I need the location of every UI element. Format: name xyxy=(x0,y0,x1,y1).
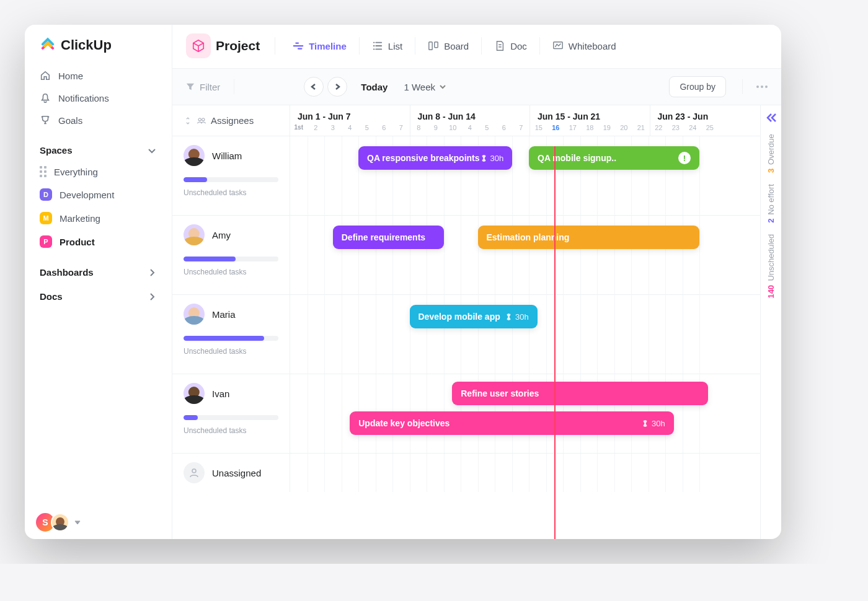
day-cell: 1st xyxy=(290,124,308,131)
rail-unscheduled[interactable]: 140Unscheduled xyxy=(766,234,776,299)
trophy-icon xyxy=(40,115,51,126)
timeline-row: MariaUnscheduled tasksDevelop mobile app… xyxy=(172,295,760,374)
filter-icon xyxy=(186,82,195,91)
caret-down-icon xyxy=(74,519,81,525)
task-bar[interactable]: Develop mobile app30h xyxy=(410,305,538,328)
view-tab-timeline[interactable]: Timeline xyxy=(286,37,353,55)
user-avatar xyxy=(51,513,69,532)
more-button[interactable] xyxy=(756,86,768,88)
row-lanes[interactable] xyxy=(290,454,760,492)
section-docs[interactable]: Docs xyxy=(25,283,172,307)
row-lanes[interactable]: QA responsive breakpoints30hQA mobile si… xyxy=(290,136,760,215)
svg-rect-1 xyxy=(429,42,432,50)
divider xyxy=(742,79,743,94)
chevron-down-icon xyxy=(439,83,446,90)
task-bar[interactable]: Refine user stories xyxy=(452,382,708,405)
view-tab-doc[interactable]: Doc xyxy=(488,37,533,55)
assignee-avatar xyxy=(184,145,205,166)
day-cell: 8 xyxy=(410,124,428,131)
spaces-header-label: Spaces xyxy=(40,145,73,156)
assignee-name: Amy xyxy=(212,230,231,240)
workload-bar xyxy=(184,257,278,261)
nav-home[interactable]: Home xyxy=(36,64,161,87)
brand-name: ClickUp xyxy=(61,37,112,53)
rail-no-effort[interactable]: 2No effort xyxy=(766,184,776,223)
space-development[interactable]: DDevelopment xyxy=(36,183,161,206)
sort-icon xyxy=(184,116,192,125)
day-cell: 17 xyxy=(564,124,582,131)
view-tab-list[interactable]: List xyxy=(366,37,409,55)
svg-marker-0 xyxy=(75,521,80,524)
space-product[interactable]: PProduct xyxy=(36,230,161,253)
task-bar[interactable]: QA responsive breakpoints30h xyxy=(358,146,512,170)
filter-label: Filter xyxy=(200,82,220,92)
row-sidebar: IvanUnscheduled tasks xyxy=(172,374,290,453)
day-cell: 9 xyxy=(427,124,445,131)
brand-logo[interactable]: ClickUp xyxy=(25,25,172,64)
day-cell: 22 xyxy=(650,124,668,131)
row-lanes[interactable]: Refine user storiesUpdate key objectives… xyxy=(290,374,760,453)
collapse-rail-button[interactable] xyxy=(766,113,777,123)
topbar: Project TimelineListBoardDocWhiteboard xyxy=(172,25,781,69)
today-button[interactable]: Today xyxy=(361,82,388,92)
task-bar[interactable]: Estimation planning xyxy=(478,226,700,249)
view-tab-board[interactable]: Board xyxy=(422,37,475,55)
range-selector[interactable]: 1 Week xyxy=(404,82,446,92)
sidebar: ClickUp HomeNotificationsGoals Spaces Ev… xyxy=(25,25,172,539)
filter-button[interactable]: Filter xyxy=(186,82,220,92)
day-cell: 21 xyxy=(632,124,650,131)
nav-label: Notifications xyxy=(58,93,109,103)
timeline-row: IvanUnscheduled tasksRefine user stories… xyxy=(172,374,760,454)
day-cell: 16 xyxy=(547,124,565,131)
row-lanes[interactable]: Develop mobile app30h xyxy=(290,295,760,374)
prev-button[interactable] xyxy=(304,77,324,97)
task-label: Define requirements xyxy=(342,232,425,242)
project-icon xyxy=(186,33,211,58)
day-cell: 19 xyxy=(598,124,616,131)
row-lanes[interactable]: Define requirementsEstimation planning xyxy=(290,216,760,294)
bell-icon xyxy=(40,92,51,103)
assignee-name: Ivan xyxy=(212,388,229,399)
task-label: QA responsive breakpoints xyxy=(367,153,480,163)
range-label: 1 Week xyxy=(404,82,435,92)
space-badge: D xyxy=(40,188,52,201)
day-cell: 25 xyxy=(701,124,719,131)
assignee-avatar xyxy=(184,383,205,404)
next-button[interactable] xyxy=(327,77,347,97)
group-by-button[interactable]: Group by xyxy=(669,76,726,97)
spaces-header[interactable]: Spaces xyxy=(25,136,172,160)
chevron-down-icon xyxy=(147,146,157,156)
day-cell: 4 xyxy=(461,124,479,131)
timeline-header: Assignees Jun 1 - Jun 71st234567Jun 8 - … xyxy=(172,105,760,136)
day-cell: 2 xyxy=(308,124,325,131)
section-dashboards[interactable]: Dashboards xyxy=(25,258,172,283)
task-label: Estimation planning xyxy=(487,232,570,242)
space-everything[interactable]: Everything xyxy=(36,160,161,183)
space-marketing[interactable]: MMarketing xyxy=(36,206,161,230)
everything-icon xyxy=(40,166,46,177)
workspace-switcher[interactable]: S xyxy=(25,506,172,539)
workload-bar xyxy=(184,177,278,182)
assignees-column-header[interactable]: Assignees xyxy=(172,105,290,136)
day-cell: 3 xyxy=(324,124,342,131)
nav-goals[interactable]: Goals xyxy=(36,109,161,131)
row-sidebar: Unassigned xyxy=(172,454,290,492)
space-badge: M xyxy=(40,212,52,224)
unscheduled-label: Unscheduled tasks xyxy=(184,268,278,276)
assignee-avatar xyxy=(184,304,205,325)
today-indicator xyxy=(554,146,556,539)
workload-bar xyxy=(184,336,278,341)
svg-point-5 xyxy=(202,118,205,120)
rail-overdue[interactable]: 3Overdue xyxy=(766,134,776,173)
date-group: Jun 23 - Jun22232425 xyxy=(650,105,761,136)
home-icon xyxy=(40,70,51,81)
unassigned-avatar xyxy=(184,462,205,483)
view-tab-whiteboard[interactable]: Whiteboard xyxy=(546,37,622,55)
task-bar[interactable]: Update key objectives30h xyxy=(350,411,674,435)
day-cell: 6 xyxy=(495,124,513,131)
workload-bar xyxy=(184,415,278,420)
chevron-right-icon xyxy=(147,292,157,302)
timeline-row: Unassigned xyxy=(172,454,760,492)
nav-notifications[interactable]: Notifications xyxy=(36,87,161,109)
task-bar[interactable]: Define requirements xyxy=(333,226,444,249)
